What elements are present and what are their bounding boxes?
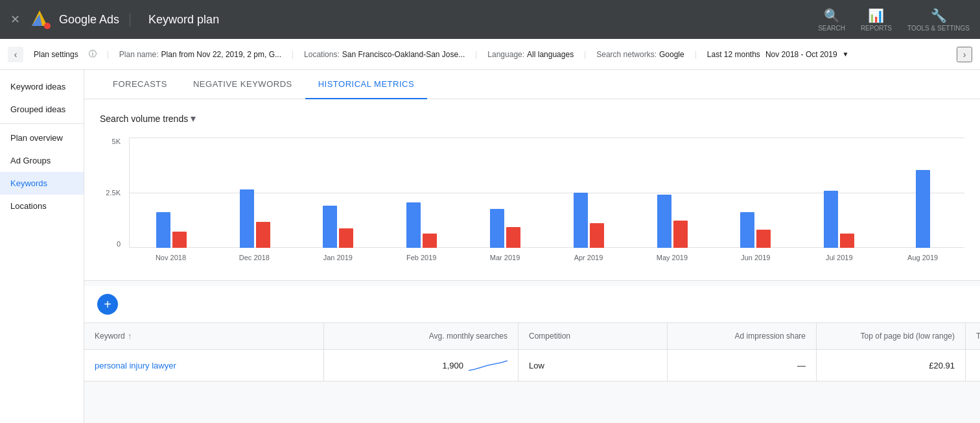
chart-y-axis: 5K 2.5K 0: [100, 138, 126, 248]
sidebar-item-label: Keyword ideas: [10, 82, 65, 91]
td-competition: Low: [519, 350, 668, 381]
sort-icon[interactable]: ↑: [128, 331, 132, 341]
th-keyword: Keyword ↑: [84, 323, 324, 349]
bar-blue: [240, 189, 254, 248]
date-range-button[interactable]: Last 12 months Nov 2018 - Oct 2019 ▼: [707, 50, 849, 59]
td-top-bid-low: £20.91: [817, 350, 966, 381]
bar-blue: [490, 209, 504, 248]
month-group: [463, 138, 547, 248]
x-label: Feb 2019: [380, 248, 463, 267]
x-label: Jun 2019: [714, 248, 797, 267]
plan-settings-label: Plan settings: [34, 50, 78, 59]
bar-red: [256, 222, 270, 248]
chart-title-row: Search volume trends ▾: [100, 112, 964, 125]
tabs-bar: FORECASTS NEGATIVE KEYWORDS HISTORICAL M…: [84, 70, 980, 99]
x-label: Nov 2018: [129, 248, 213, 267]
bar-red: [840, 234, 854, 248]
sidebar: Keyword ideas Grouped ideas Plan overvie…: [0, 70, 84, 423]
bar-blue: [916, 170, 930, 248]
sidebar-divider: [0, 123, 84, 124]
reports-label: REPORTS: [861, 25, 892, 32]
bar-blue: [740, 212, 754, 248]
date-range-value: Nov 2018 - Oct 2019: [765, 50, 837, 59]
month-group: [380, 138, 463, 248]
main-layout: Keyword ideas Grouped ideas Plan overvie…: [0, 70, 980, 423]
x-label: May 2019: [630, 248, 714, 267]
tab-negative-keywords[interactable]: NEGATIVE KEYWORDS: [180, 70, 305, 99]
language-item: Language: All languages: [487, 50, 574, 59]
th-competition: Competition: [519, 323, 668, 349]
sidebar-item-keyword-ideas[interactable]: Keyword ideas: [0, 75, 84, 98]
chart-plot-area: [129, 138, 964, 248]
chart-dropdown-button[interactable]: ▾: [191, 112, 196, 125]
th-top: Top: [966, 323, 980, 349]
close-icon[interactable]: ✕: [10, 14, 20, 25]
sidebar-item-label: Locations: [10, 201, 47, 211]
th-avg-monthly: Avg. monthly searches: [324, 323, 519, 349]
bar-blue: [323, 206, 337, 248]
tools-settings-button[interactable]: 🔧 TOOLS & SETTINGS: [907, 8, 970, 32]
x-label: Mar 2019: [463, 248, 547, 267]
chart-container: 5K 2.5K 0 Nov 2018Dec 2018Jan 2019F: [100, 138, 964, 267]
th-ad-impression: Ad impression share: [668, 323, 817, 349]
tab-historical-metrics[interactable]: HISTORICAL METRICS: [305, 70, 427, 99]
reports-button[interactable]: 📊 REPORTS: [861, 8, 892, 32]
y-label-2-5k: 2.5K: [106, 189, 121, 197]
table-header: Keyword ↑ Avg. monthly searches Competit…: [84, 322, 980, 350]
tools-icon: 🔧: [931, 8, 947, 23]
search-icon: 🔍: [824, 8, 840, 23]
bar-red: [423, 234, 437, 248]
td-top: [966, 350, 980, 381]
sidebar-item-label: Plan overview: [10, 133, 63, 143]
locations-label: Locations:: [304, 50, 340, 59]
locations-value: San Francisco-Oakland-San Jose...: [342, 50, 465, 59]
google-ads-logo: [28, 8, 51, 31]
tools-label: TOOLS & SETTINGS: [907, 25, 970, 32]
add-keyword-button[interactable]: +: [97, 294, 118, 315]
networks-label: Search networks:: [596, 50, 657, 59]
sidebar-item-grouped-ideas[interactable]: Grouped ideas: [0, 98, 84, 121]
bar-red: [506, 227, 520, 248]
x-label: Jan 2019: [296, 248, 380, 267]
sidebar-item-ad-groups[interactable]: Ad Groups: [0, 149, 84, 172]
y-label-0: 0: [117, 240, 121, 248]
language-label: Language:: [487, 50, 524, 59]
language-value: All languages: [527, 50, 574, 59]
search-label: SEARCH: [818, 25, 845, 32]
th-top-bid-low: Top of page bid (low range): [817, 323, 966, 349]
app-name: Google Ads: [59, 13, 130, 27]
chevron-down-icon: ▾: [191, 112, 196, 125]
sidebar-toggle-button[interactable]: ‹: [8, 47, 23, 62]
networks-value: Google: [659, 50, 684, 59]
td-avg-monthly: 1,900: [324, 350, 519, 381]
chart-bars-row: [130, 138, 964, 248]
chart-x-labels: Nov 2018Dec 2018Jan 2019Feb 2019Mar 2019…: [129, 248, 964, 267]
plan-settings-bar: ‹ Plan settings ⓘ | Plan name: Plan from…: [0, 39, 980, 70]
bar-red: [590, 223, 604, 248]
panel-close-button[interactable]: ›: [957, 47, 972, 62]
month-group: [881, 138, 964, 248]
sparkline-chart: [469, 357, 508, 373]
plan-name-label: Plan name:: [119, 50, 159, 59]
x-label: Jul 2019: [797, 248, 881, 267]
bar-red: [172, 232, 187, 248]
month-group: [547, 138, 631, 248]
plan-settings-info-icon[interactable]: ⓘ: [89, 49, 97, 60]
locations-item: Locations: San Francisco-Oakland-San Jos…: [304, 50, 465, 59]
bar-red: [673, 221, 688, 248]
sidebar-item-locations[interactable]: Locations: [0, 195, 84, 217]
td-keyword: personal injury lawyer: [84, 350, 324, 381]
plan-name-item: Plan name: Plan from Nov 22, 2019, 2 pm,…: [119, 50, 281, 59]
page-title: Keyword plan: [138, 13, 219, 27]
plan-name-value: Plan from Nov 22, 2019, 2 pm, G...: [161, 50, 281, 59]
table-section: + Keyword ↑ Avg. monthly searches Compet…: [84, 286, 980, 381]
bar-blue: [406, 202, 421, 248]
sidebar-item-keywords[interactable]: Keywords: [0, 172, 84, 195]
x-label: Aug 2019: [881, 248, 964, 267]
sidebar-item-plan-overview[interactable]: Plan overview: [0, 127, 84, 149]
month-group: [714, 138, 798, 248]
chart-title: Search volume trends: [100, 114, 188, 124]
search-button[interactable]: 🔍 SEARCH: [818, 8, 845, 32]
tab-forecasts[interactable]: FORECASTS: [100, 70, 180, 99]
table-add-row: +: [84, 286, 980, 322]
